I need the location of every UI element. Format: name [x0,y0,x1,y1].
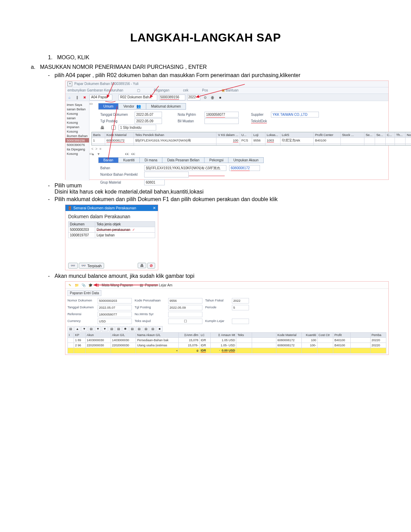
sidebar-item-selected[interactable]: 5000389156 [65,138,89,143]
tb-icon[interactable]: ✱ [122,326,128,332]
val-td[interactable]: 2022.05.07 [98,305,132,310]
nav-left-icon[interactable]: < [91,147,94,151]
tab-pekongsi[interactable]: Pekongsi [204,157,228,163]
tab-vendor[interactable]: Vendor 👥 [118,103,146,110]
slip-checkbox[interactable] [111,125,116,130]
sidebar-item[interactable]: Kosong [65,151,89,156]
tab-dimana[interactable]: Di mana [139,157,162,163]
val-cu[interactable]: USD [98,319,132,324]
val-tgl-dokumen[interactable]: 2022.05.07 [135,112,162,117]
tb-icon[interactable]: ▤ [143,326,149,332]
help-icon[interactable]: ■ [217,95,223,100]
binoculars-icon[interactable]: 👀 [131,152,135,156]
list-icon[interactable]: ▤ [140,283,143,287]
tab-data-pesanan[interactable]: Data Pesanan Belian [162,157,204,163]
sort-desc-icon[interactable]: ▼ [97,152,100,156]
doc-input[interactable]: 5000389156 [159,95,185,100]
sidebar-item[interactable]: ikumen Bahan [65,134,89,138]
val-tp[interactable]: 2022.05.09 [168,305,202,310]
menu-bantuan[interactable]: ▣ Bantuan [222,87,238,94]
exec-icon[interactable]: ⊙ [202,95,208,100]
sidebar-item[interactable]: Kosong [65,129,89,134]
tb-icon[interactable]: ▤ [88,326,94,332]
tb-icon[interactable]: ▼ [95,326,101,332]
tab-bahan[interactable]: Bahan [98,157,119,163]
cell-doc1[interactable]: 5000000203 [68,227,95,233]
btn-spectacles[interactable]: 👓 [68,263,78,269]
cancel-icon[interactable]: ⊘ [147,263,155,269]
cell-desc[interactable]: §ßj©FLEX#1919,YKKLN10KF(NKN)有 [134,138,216,144]
close-icon[interactable]: ✖ [82,95,87,100]
val-bahan[interactable]: §ßj©FLEX#1919,YKKLN10KF(NKN)有√)3/8"黑色0..… [144,165,226,171]
btn-mata-wang[interactable]: Mata Wang Paparan [102,283,133,287]
collapse-icon[interactable]: ▭ [89,102,92,106]
year-input[interactable]: 2022 [187,95,200,100]
tb-icon[interactable]: ▲ [74,326,80,332]
val-nm[interactable] [168,312,202,317]
breadcrumb[interactable]: Paparan Entri Data [67,290,101,296]
wand-icon[interactable]: ✎ [67,283,72,287]
cell-loks[interactable]: 印尼宝岛Nik [281,138,314,144]
close-icon[interactable]: ✕ [153,205,156,211]
folder-icon[interactable]: 📁 [74,283,79,287]
val-nbp[interactable] [144,172,189,177]
btn-paparan-lejar[interactable]: Paparan Lejar Am [145,283,172,287]
nav-right-icon[interactable]: > [96,147,98,151]
val-nd[interactable]: 5000000203 [98,298,132,304]
attach-icon[interactable]: 📎 [81,283,86,287]
sidebar-item[interactable]: 5000390076 [65,143,89,147]
tb-icon[interactable]: ▤ [150,326,156,332]
sidebar-item[interactable]: impanan [65,125,89,129]
tb-icon[interactable]: ■ [157,326,163,332]
cell-baris[interactable]: 1 [92,138,105,144]
tb-icon[interactable]: ▤ [67,326,74,332]
expand-icon[interactable]: ▾ [67,82,72,86]
binoculars-icon[interactable]: 👀 [125,152,129,156]
val-bil-muatan[interactable] [204,118,239,124]
val-tgl-posting[interactable]: 2022.05.09 [135,118,162,124]
menu-cek[interactable]: cek [183,87,189,94]
printer-icon[interactable]: 🖶 [100,125,104,130]
doc-icon[interactable]: ▢ [137,87,140,94]
val-tf[interactable]: 2022 [232,298,249,304]
sidebar-item[interactable]: sanan [65,116,89,120]
tab-umum[interactable]: Umum [98,103,119,110]
printer-icon[interactable]: 🖶 [138,263,146,268]
a04-dropdown[interactable]: A04 Papar [89,95,112,100]
cell-pc[interactable]: B40100 [314,138,341,144]
nav-icon[interactable]: ‖ [74,95,80,100]
val-kl[interactable] [232,319,249,324]
cell-loji[interactable]: 9556 [252,138,265,144]
sidebar-item[interactable]: Kosong [65,111,89,116]
hat-icon[interactable]: 🎓 [88,283,93,287]
nav-list-icon[interactable]: ≡ [99,147,101,151]
val-pe[interactable]: 5 [232,305,249,310]
tab-maklumat[interactable]: Maklumat dokumen [146,103,186,110]
cell-u[interactable]: PCS [240,138,252,144]
home-icon[interactable]: ⌂ [67,95,72,100]
binoculars-icon[interactable]: ꙮ [210,95,215,100]
val-tw[interactable]: ☐ [168,319,202,324]
menu-pos[interactable]: Pos [202,87,208,94]
cell-material[interactable]: 6080008172 [105,138,134,144]
slip-dropdown[interactable]: 1 Slip Individu [119,125,156,131]
sidebar-item[interactable]: ita Dipegang [65,147,89,151]
val-rf[interactable]: 1800058077 [98,312,132,317]
val-supplier[interactable]: YKK TAIWAN CO.,LTD [271,112,319,117]
sidebar-item[interactable]: imen Saya [65,102,89,107]
sidebar-item[interactable]: sanan Belian [65,107,89,111]
cell-lokas[interactable]: 1003 [265,138,281,144]
cell-type2[interactable]: Lejar bahan [95,233,155,238]
tb-icon[interactable]: ▤ [115,326,122,332]
cell-type1[interactable]: Dokumen perakaunan ✓ [95,227,155,233]
btn-terpisah[interactable]: 👓 Terpisah [79,263,104,269]
tb-icon[interactable]: ▤ [136,326,142,332]
table-row[interactable]: 1 8914030000301403000030Persediaan-Bahan… [68,338,386,343]
tb-icon[interactable]: ▼ [102,326,108,332]
tb-icon[interactable]: ▤ [109,326,115,332]
val-nota[interactable]: 1800058077 [204,112,239,117]
val-bahan-code[interactable]: 6080008172 [229,165,260,171]
sidebar-item[interactable]: Kosong [65,120,89,125]
tab-umpukan[interactable]: Umpukan Akaun [228,157,263,163]
cell-doc2[interactable]: 1000819707 [68,233,95,238]
